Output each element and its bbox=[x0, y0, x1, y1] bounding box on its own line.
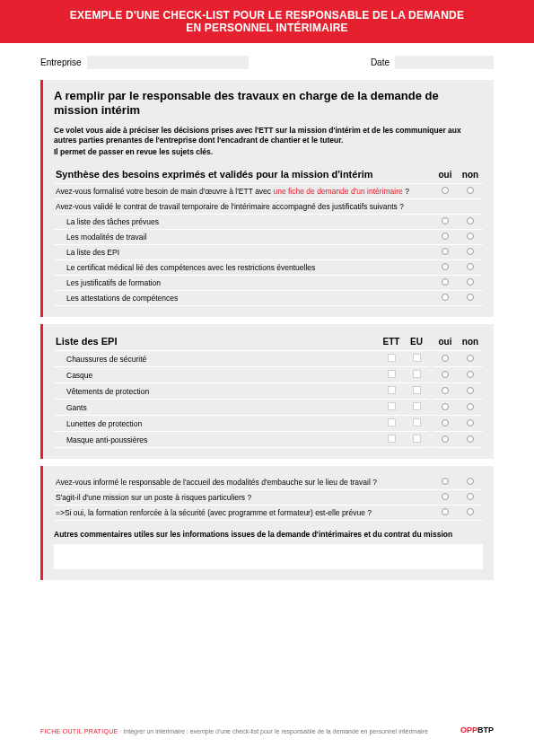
col-oui: oui bbox=[433, 333, 458, 351]
radio-non[interactable] bbox=[467, 403, 474, 410]
section-synthese: A remplir par le responsable des travaux… bbox=[40, 80, 494, 317]
row-label: Masque anti-poussières bbox=[54, 432, 379, 448]
table-row: Masque anti-poussières bbox=[54, 432, 483, 448]
radio-oui[interactable] bbox=[442, 371, 449, 378]
check-eu[interactable] bbox=[413, 354, 421, 362]
header-line2: EN PERSONNEL INTÉRIMAIRE bbox=[36, 22, 498, 34]
page-header: EXEMPLE D'UNE CHECK-LIST POUR LE RESPONS… bbox=[0, 0, 534, 43]
table-row: Le certificat médical lié des compétence… bbox=[54, 260, 483, 276]
entreprise-field[interactable] bbox=[87, 56, 249, 69]
radio-non[interactable] bbox=[467, 371, 474, 378]
radio-non[interactable] bbox=[467, 233, 474, 240]
table-row: Avez-vous formalisé votre besoin de main… bbox=[54, 184, 483, 199]
radio-oui[interactable] bbox=[442, 233, 449, 240]
check-eu[interactable] bbox=[413, 386, 421, 394]
brand-btp: BTP bbox=[477, 725, 494, 734]
radio-oui[interactable] bbox=[442, 248, 449, 255]
row-label: La liste des EPI bbox=[54, 245, 433, 260]
col-oui: oui bbox=[433, 166, 458, 184]
radio-non[interactable] bbox=[467, 387, 474, 394]
radio-oui[interactable] bbox=[442, 478, 449, 485]
footer-prefix: FICHE OUTIL PRATIQUE bbox=[40, 728, 118, 734]
col-eu: EU bbox=[404, 333, 429, 351]
radio-oui[interactable] bbox=[442, 263, 449, 270]
radio-oui[interactable] bbox=[442, 294, 449, 301]
check-eu[interactable] bbox=[413, 418, 421, 426]
check-eu[interactable] bbox=[413, 435, 421, 443]
table-row: La liste des EPI bbox=[54, 245, 483, 260]
radio-non[interactable] bbox=[467, 217, 474, 224]
radio-non[interactable] bbox=[467, 435, 474, 443]
radio-non[interactable] bbox=[467, 355, 474, 362]
section1-intro2: Il permet de passer en revue les sujets … bbox=[54, 147, 483, 157]
radio-oui[interactable] bbox=[442, 217, 449, 224]
radio-oui[interactable] bbox=[442, 403, 449, 410]
radio-non[interactable] bbox=[467, 493, 474, 500]
meta-row: Entreprise Date bbox=[40, 56, 494, 69]
table-row: Casque bbox=[54, 367, 483, 383]
row-label: La liste des tâches prévues bbox=[54, 215, 433, 230]
row-label: Casque bbox=[54, 367, 379, 383]
col-non: non bbox=[458, 166, 483, 184]
table-row: Avez-vous validé le contrat de travail t… bbox=[54, 199, 483, 215]
row-label: =>Si oui, la formation renforcée à la sé… bbox=[54, 505, 433, 521]
radio-oui[interactable] bbox=[442, 355, 449, 362]
row2-label: Avez-vous validé le contrat de travail t… bbox=[54, 199, 433, 215]
col-non: non bbox=[458, 333, 483, 351]
check-ett[interactable] bbox=[388, 370, 396, 378]
radio-non[interactable] bbox=[467, 263, 474, 270]
date-field[interactable] bbox=[395, 56, 494, 69]
table-row: Avez-vous informé le responsable de l'ac… bbox=[54, 475, 483, 490]
row-label: Les justificatifs de formation bbox=[54, 276, 433, 291]
row-label: Gants bbox=[54, 400, 379, 416]
header-line1: EXEMPLE D'UNE CHECK-LIST POUR LE RESPONS… bbox=[36, 9, 498, 22]
radio-non[interactable] bbox=[467, 294, 474, 301]
check-ett[interactable] bbox=[388, 435, 396, 443]
table-row: Les attestations de compétences bbox=[54, 291, 483, 306]
row-label: Chaussures de sécurité bbox=[54, 351, 379, 367]
radio-oui[interactable] bbox=[442, 508, 449, 515]
radio-oui[interactable] bbox=[442, 187, 449, 194]
footer-text: · Intégrer un intérimaire : exemple d'un… bbox=[118, 728, 428, 734]
radio-oui[interactable] bbox=[442, 435, 449, 443]
check-ett[interactable] bbox=[388, 354, 396, 362]
radio-non[interactable] bbox=[467, 278, 474, 286]
radio-oui[interactable] bbox=[442, 278, 449, 286]
row-label: Vêtements de protection bbox=[54, 383, 379, 400]
row-label: Lunettes de protection bbox=[54, 416, 379, 432]
radio-oui[interactable] bbox=[442, 493, 449, 500]
row-label: Les attestations de compétences bbox=[54, 291, 433, 306]
brand-logo: OPPBTP bbox=[460, 725, 494, 734]
section1-intro1: Ce volet vous aide à préciser les décisi… bbox=[54, 126, 483, 145]
epi-table: Liste des EPI ETT EU oui non Chaussures … bbox=[54, 333, 483, 448]
radio-non[interactable] bbox=[467, 248, 474, 255]
radio-non[interactable] bbox=[467, 478, 474, 485]
table-row: Les modalités de travail bbox=[54, 230, 483, 245]
table-row: =>Si oui, la formation renforcée à la sé… bbox=[54, 505, 483, 521]
radio-non[interactable] bbox=[467, 508, 474, 515]
radio-oui[interactable] bbox=[442, 419, 449, 426]
check-ett[interactable] bbox=[388, 418, 396, 426]
row1-link[interactable]: une fiche de demande d'un intérimaire bbox=[273, 187, 402, 196]
row-label: Les modalités de travail bbox=[54, 230, 433, 245]
synthese-heading: Synthèse des besoins exprimés et validés… bbox=[54, 166, 433, 184]
table-row: La liste des tâches prévues bbox=[54, 215, 483, 230]
entreprise-label: Entreprise bbox=[40, 57, 82, 67]
section-followup: Avez-vous informé le responsable de l'ac… bbox=[40, 466, 494, 580]
radio-non[interactable] bbox=[467, 187, 474, 194]
check-eu[interactable] bbox=[413, 402, 421, 410]
table-row: Les justificatifs de formation bbox=[54, 276, 483, 291]
comments-label: Autres commentaires utiles sur les infor… bbox=[54, 530, 483, 539]
check-ett[interactable] bbox=[388, 402, 396, 410]
check-eu[interactable] bbox=[413, 370, 421, 378]
epi-heading: Liste des EPI bbox=[54, 333, 379, 351]
check-ett[interactable] bbox=[388, 386, 396, 394]
radio-oui[interactable] bbox=[442, 387, 449, 394]
table-row: S'agit-il d'une mission sur un poste à r… bbox=[54, 490, 483, 505]
section1-title: A remplir par le responsable des travaux… bbox=[54, 89, 483, 117]
row1-text-a: Avez-vous formalisé votre besoin de main… bbox=[56, 187, 273, 196]
radio-non[interactable] bbox=[467, 419, 474, 426]
comments-textarea[interactable] bbox=[54, 544, 483, 569]
row-label: Avez-vous informé le responsable de l'ac… bbox=[54, 475, 433, 490]
row-label: Le certificat médical lié des compétence… bbox=[54, 260, 433, 276]
